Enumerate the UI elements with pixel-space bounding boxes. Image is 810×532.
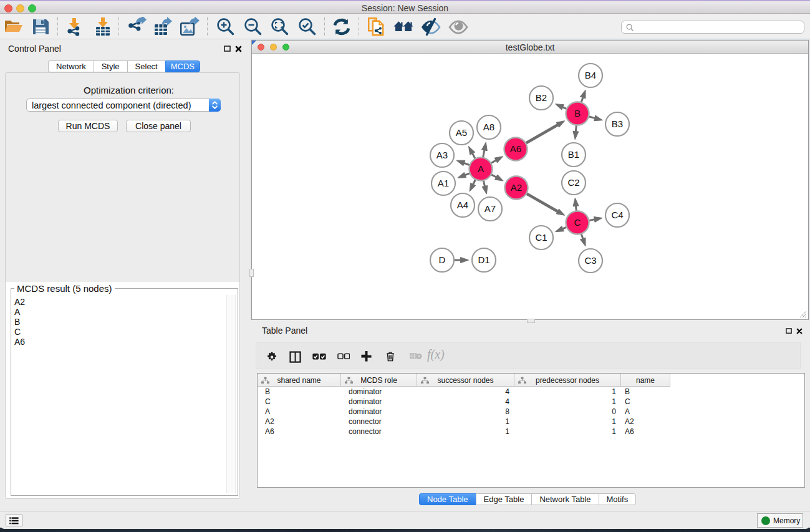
svg-text:C2: C2 [567,177,579,188]
svg-text:A6: A6 [510,143,521,154]
svg-text:B2: B2 [536,92,547,103]
svg-text:B3: B3 [612,118,623,129]
svg-text:A7: A7 [485,203,496,214]
svg-text:A4: A4 [457,200,468,210]
svg-text:A: A [478,163,484,174]
svg-text:C1: C1 [535,232,547,243]
svg-text:B4: B4 [585,70,596,80]
svg-text:C4: C4 [611,210,623,220]
svg-text:A1: A1 [438,178,449,188]
svg-text:C3: C3 [584,255,596,266]
svg-text:A5: A5 [456,127,467,138]
svg-text:B1: B1 [568,149,579,160]
svg-text:D: D [439,254,446,265]
svg-text:C: C [574,217,581,228]
svg-text:D1: D1 [478,254,489,265]
svg-text:B: B [574,108,581,118]
svg-text:A2: A2 [511,182,522,193]
svg-text:A3: A3 [436,150,448,160]
svg-text:A8: A8 [483,122,494,132]
